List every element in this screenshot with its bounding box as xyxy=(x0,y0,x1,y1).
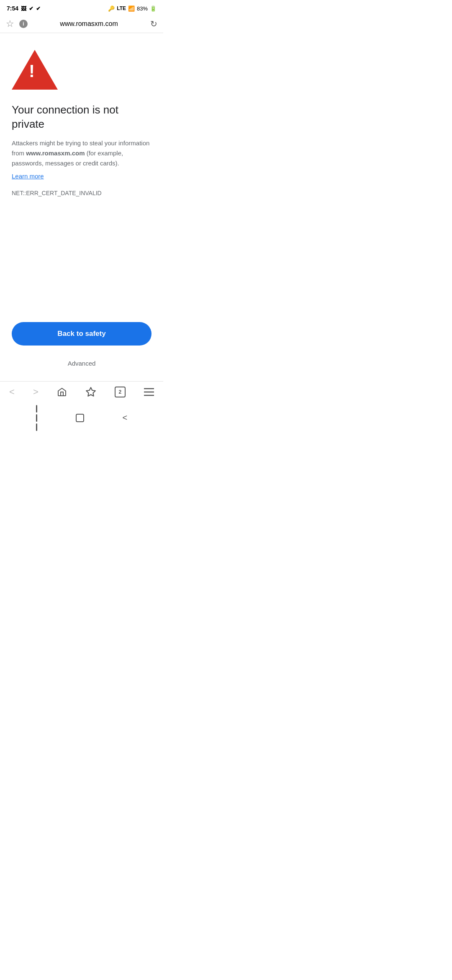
system-back-icon[interactable]: < xyxy=(122,413,127,423)
advanced-button[interactable]: Advanced xyxy=(12,354,152,373)
back-nav-icon[interactable]: < xyxy=(9,387,15,397)
tabs-count-badge: 2 xyxy=(115,387,126,397)
warning-icon-container xyxy=(12,50,152,91)
browser-nav-bar: < > 2 xyxy=(0,381,163,401)
warning-triangle-icon xyxy=(12,50,58,90)
domain-text: www.romasxm.com xyxy=(26,150,85,157)
url-bar[interactable]: www.romasxm.com xyxy=(33,20,145,28)
check-circle2-icon: ✔ xyxy=(36,5,41,12)
recent-apps-icon[interactable] xyxy=(36,405,37,431)
key-icon: 🔑 xyxy=(108,5,115,12)
forward-nav-icon[interactable]: > xyxy=(33,387,39,397)
error-description: Attackers might be trying to steal your … xyxy=(12,138,152,168)
error-title: Your connection is not private xyxy=(12,103,152,132)
lte-label: LTE xyxy=(117,5,126,11)
svg-marker-0 xyxy=(86,387,95,396)
check-circle-icon: ✔ xyxy=(29,5,33,12)
home-button-icon[interactable] xyxy=(76,414,84,422)
signal-icon: 📶 xyxy=(128,5,135,12)
bottom-buttons: Back to safety Advanced xyxy=(0,322,163,381)
tabs-nav-icon[interactable]: 2 xyxy=(115,387,126,397)
reload-icon[interactable]: ↻ xyxy=(150,19,157,29)
back-to-safety-button[interactable]: Back to safety xyxy=(12,322,152,346)
browser-toolbar: ☆ i www.romasxm.com ↻ xyxy=(0,15,163,33)
bookmark-nav-icon[interactable] xyxy=(85,387,96,397)
info-icon[interactable]: i xyxy=(19,20,28,28)
spacer xyxy=(0,205,163,322)
bookmark-star-icon[interactable]: ☆ xyxy=(6,18,14,29)
photo-icon: 🖼 xyxy=(21,5,26,12)
status-time: 7:54 🖼 ✔ ✔ xyxy=(7,5,41,12)
home-nav-icon[interactable] xyxy=(57,387,67,397)
error-code: NET::ERR_CERT_DATE_INVALID xyxy=(12,190,152,196)
learn-more-link[interactable]: Learn more xyxy=(12,173,44,180)
error-page-content: Your connection is not private Attackers… xyxy=(0,33,163,205)
status-right: 🔑 LTE 📶 83% 🔋 xyxy=(108,5,157,12)
battery-percent: 83% xyxy=(137,5,148,12)
menu-nav-icon[interactable] xyxy=(144,388,154,396)
status-bar: 7:54 🖼 ✔ ✔ 🔑 LTE 📶 83% 🔋 xyxy=(0,0,163,15)
system-nav-bar: < xyxy=(0,401,163,437)
battery-icon: 🔋 xyxy=(150,5,157,12)
time: 7:54 xyxy=(7,5,18,12)
